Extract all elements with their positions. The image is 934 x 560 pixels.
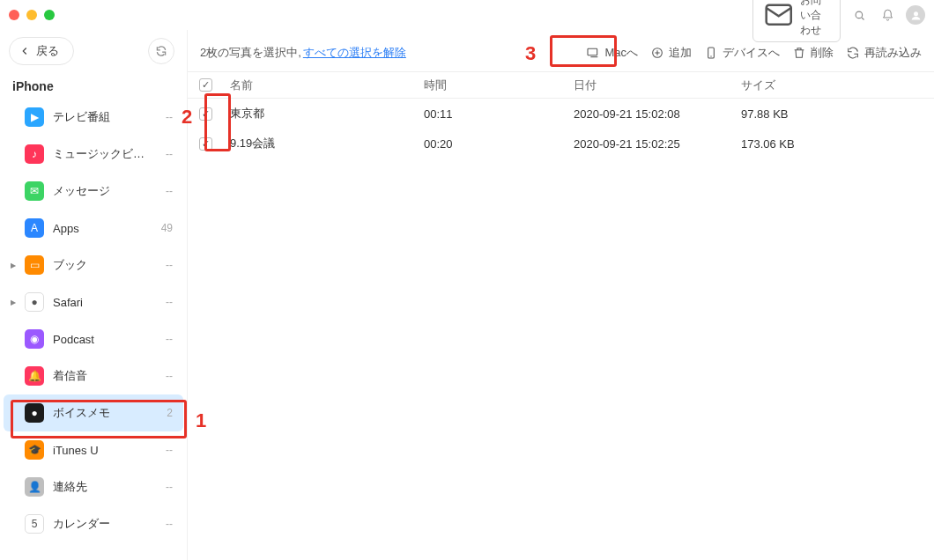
sidebar-item-count: -- bbox=[166, 518, 173, 530]
sidebar-item-icon: 👤 bbox=[25, 477, 44, 497]
device-header: iPhone bbox=[0, 69, 187, 99]
sidebar-item-icon: ✉ bbox=[25, 181, 44, 201]
cell-time: 00:20 bbox=[417, 137, 567, 151]
sidebar-item[interactable]: 5カレンダー-- bbox=[4, 505, 183, 542]
refresh-icon bbox=[155, 45, 167, 57]
sidebar-item-count: -- bbox=[166, 259, 173, 271]
device-icon bbox=[704, 46, 718, 60]
cell-name: 9.19会議 bbox=[223, 136, 417, 151]
add-label: 追加 bbox=[669, 45, 692, 61]
titlebar: お問い合わせ bbox=[0, 0, 934, 30]
col-date[interactable]: 日付 bbox=[567, 77, 734, 93]
sidebar-item-label: メッセージ bbox=[53, 183, 166, 199]
reload-button[interactable]: 再読み込み bbox=[846, 45, 922, 61]
sidebar-item[interactable]: 👤連絡先-- bbox=[4, 468, 183, 505]
sidebar-item-count: 49 bbox=[161, 222, 173, 234]
row-checkbox[interactable] bbox=[199, 137, 212, 151]
deselect-all-link[interactable]: すべての選択を解除 bbox=[303, 45, 406, 61]
sidebar-item-count: -- bbox=[166, 296, 173, 308]
to-device-button[interactable]: デバイスへ bbox=[704, 45, 780, 61]
sidebar-item[interactable]: AApps49 bbox=[4, 210, 183, 247]
sidebar-item-label: Podcast bbox=[53, 333, 166, 346]
sidebar-item-icon: A bbox=[25, 218, 44, 238]
sidebar-item-label: Safari bbox=[53, 296, 166, 309]
sidebar-item-icon: 5 bbox=[25, 514, 44, 534]
row-checkbox[interactable] bbox=[199, 107, 212, 121]
sidebar-item-label: テレビ番組 bbox=[53, 109, 166, 125]
sidebar-item-icon: ● bbox=[25, 403, 44, 423]
sidebar-item-label: ボイスメモ bbox=[53, 405, 167, 421]
mail-icon bbox=[762, 0, 795, 32]
sidebar-item[interactable]: ♪ミュージックビ…-- bbox=[4, 136, 183, 173]
sidebar-item-count: -- bbox=[166, 148, 173, 160]
sidebar-item[interactable]: 🔔着信音-- bbox=[4, 357, 183, 394]
export-icon bbox=[586, 46, 600, 60]
sidebar-item-label: ブック bbox=[53, 257, 166, 273]
export-to-mac-label: Macへ bbox=[604, 45, 638, 61]
traffic-lights bbox=[9, 10, 55, 20]
select-all-checkbox[interactable] bbox=[199, 78, 212, 92]
content-area: 2枚の写真を選択中, すべての選択を解除 Macへ 追加 デバイスへ 削除 bbox=[187, 30, 934, 560]
col-name[interactable]: 名前 bbox=[223, 77, 417, 93]
close-window[interactable] bbox=[9, 10, 19, 20]
col-time[interactable]: 時間 bbox=[417, 77, 567, 93]
action-bar: 2枚の写真を選択中, すべての選択を解除 Macへ 追加 デバイスへ 削除 bbox=[188, 33, 934, 72]
sidebar-item-icon: 🎓 bbox=[25, 440, 44, 460]
sidebar-item[interactable]: ▶テレビ番組-- bbox=[4, 99, 183, 136]
minimize-window[interactable] bbox=[26, 10, 37, 20]
sidebar-list: ▶テレビ番組--♪ミュージックビ…--✉メッセージ--AApps49▭ブック--… bbox=[0, 99, 187, 542]
sidebar: 戻る iPhone ▶テレビ番組--♪ミュージックビ…--✉メッセージ--AAp… bbox=[0, 30, 187, 560]
sidebar-item-icon: ▭ bbox=[25, 255, 44, 275]
export-to-mac-button[interactable]: Macへ bbox=[586, 45, 638, 61]
sidebar-item-count: -- bbox=[166, 481, 173, 493]
add-button[interactable]: 追加 bbox=[650, 45, 692, 61]
table-row[interactable]: 9.19会議00:202020-09-21 15:02:25173.06 KB bbox=[188, 129, 934, 158]
sidebar-item-count: -- bbox=[166, 333, 173, 345]
reload-label: 再読み込み bbox=[864, 45, 922, 61]
table-body: 東京都00:112020-09-21 15:02:0897.88 KB9.19会… bbox=[188, 99, 934, 158]
account-avatar[interactable] bbox=[906, 5, 925, 25]
sidebar-item[interactable]: ▭ブック-- bbox=[4, 247, 183, 284]
search-button[interactable] bbox=[849, 5, 869, 25]
reload-icon bbox=[846, 46, 860, 60]
trash-icon bbox=[792, 46, 806, 60]
sidebar-item[interactable]: ◉Podcast-- bbox=[4, 321, 183, 357]
svg-rect-3 bbox=[588, 48, 597, 55]
maximize-window[interactable] bbox=[44, 10, 55, 20]
sidebar-item[interactable]: ✉メッセージ-- bbox=[4, 173, 183, 210]
sidebar-item[interactable]: 🎓iTunes U-- bbox=[4, 431, 183, 468]
plus-circle-icon bbox=[650, 46, 664, 60]
cell-time: 00:11 bbox=[417, 107, 567, 121]
cell-date: 2020-09-21 15:02:25 bbox=[567, 137, 734, 151]
svg-point-2 bbox=[914, 11, 918, 16]
sidebar-item-count: -- bbox=[166, 370, 173, 382]
sidebar-item-icon: ● bbox=[25, 292, 44, 312]
bell-icon bbox=[881, 9, 894, 22]
sidebar-item-label: カレンダー bbox=[53, 516, 166, 532]
arrow-left-icon bbox=[19, 45, 31, 57]
svg-rect-0 bbox=[767, 5, 791, 25]
sidebar-item-label: ミュージックビ… bbox=[53, 146, 166, 162]
to-device-label: デバイスへ bbox=[723, 45, 780, 61]
sidebar-item[interactable]: ●Safari-- bbox=[4, 284, 183, 321]
svg-point-1 bbox=[856, 11, 863, 18]
bell-button[interactable] bbox=[878, 5, 897, 25]
sidebar-item-label: Apps bbox=[53, 222, 161, 235]
sidebar-item-count: -- bbox=[166, 444, 173, 456]
cell-date: 2020-09-21 15:02:08 bbox=[567, 107, 734, 121]
person-icon bbox=[909, 9, 923, 22]
sidebar-item-label: 着信音 bbox=[53, 368, 166, 384]
sidebar-item-count: 2 bbox=[167, 407, 173, 419]
back-button[interactable]: 戻る bbox=[9, 37, 74, 65]
search-icon bbox=[853, 9, 866, 22]
cell-size: 173.06 KB bbox=[734, 137, 934, 151]
table-row[interactable]: 東京都00:112020-09-21 15:02:0897.88 KB bbox=[188, 99, 934, 129]
sidebar-item[interactable]: ●ボイスメモ2 bbox=[4, 394, 183, 431]
cell-name: 東京都 bbox=[223, 106, 417, 122]
col-size[interactable]: サイズ bbox=[734, 77, 934, 93]
sidebar-item-label: 連絡先 bbox=[53, 479, 166, 495]
refresh-button[interactable] bbox=[148, 38, 174, 64]
sidebar-item-count: -- bbox=[166, 111, 173, 123]
sidebar-item-icon: ▶ bbox=[25, 107, 44, 127]
delete-button[interactable]: 削除 bbox=[792, 45, 834, 61]
